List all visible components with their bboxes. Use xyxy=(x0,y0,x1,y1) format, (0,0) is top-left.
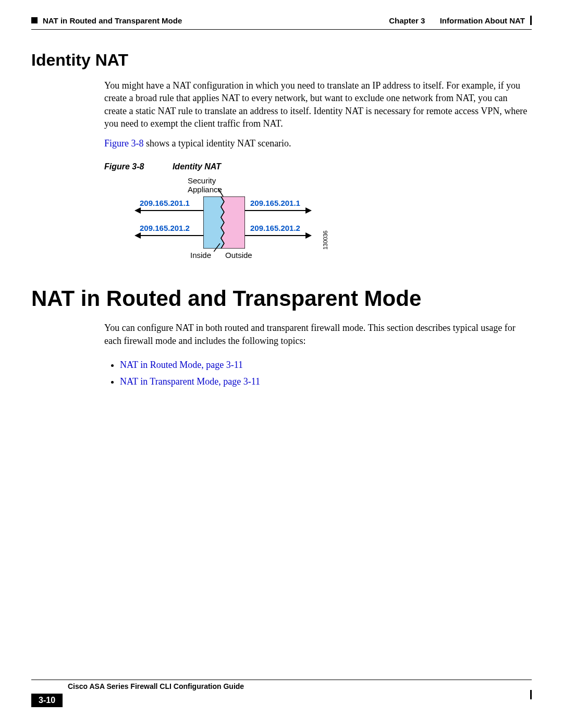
svg-marker-1 xyxy=(203,196,224,249)
heading-nat-routed-transparent: NAT in Routed and Transparent Mode xyxy=(31,286,532,311)
figure-security-appliance-label: Security Appliance xyxy=(188,177,222,194)
header-divider xyxy=(31,29,532,30)
page-header: NAT in Routed and Transparent Mode Chapt… xyxy=(31,16,532,25)
figure-reference-link[interactable]: Figure 3-8 xyxy=(104,138,144,149)
figure-ip-right-1: 209.165.201.1 xyxy=(250,199,300,207)
page-footer: Cisco ASA Series Firewall CLI Configurat… xyxy=(31,680,532,707)
figure-id-label: 130036 xyxy=(322,231,328,250)
figure-ip-right-2: 209.165.201.2 xyxy=(250,224,300,232)
figure-caption-title: Identity NAT xyxy=(173,162,221,171)
list-item: NAT in Transparent Mode, page 3-11 xyxy=(120,373,532,390)
figure-caption: Figure 3-8 Identity NAT xyxy=(104,162,532,171)
figure-ip-left-2: 209.165.201.2 xyxy=(140,224,190,232)
identity-nat-paragraph: You might have a NAT configuration in wh… xyxy=(104,79,532,130)
header-section-title: NAT in Routed and Transparent Mode xyxy=(43,16,182,25)
link-nat-routed-mode[interactable]: NAT in Routed Mode, page 3-11 xyxy=(120,360,243,370)
arrow-head-right-icon xyxy=(305,207,312,214)
arrow-line xyxy=(140,210,203,211)
figure-caption-label: Figure 3-8 xyxy=(104,162,144,171)
arrow-line xyxy=(245,210,307,211)
arrow-head-left-icon xyxy=(134,232,141,239)
figure-reference-line: Figure 3-8 shows a typical identity NAT … xyxy=(104,137,532,150)
list-item: NAT in Routed Mode, page 3-11 xyxy=(120,356,532,373)
heading-identity-nat: Identity NAT xyxy=(31,51,532,70)
topic-links-list: NAT in Routed Mode, page 3-11 NAT in Tra… xyxy=(104,356,532,390)
arrow-line xyxy=(245,235,307,236)
arrow-head-left-icon xyxy=(134,207,141,214)
arrow-head-right-icon xyxy=(305,232,312,239)
svg-line-0 xyxy=(218,188,223,196)
footer-page-number: 3-10 xyxy=(31,694,63,707)
footer-guide-title: Cisco ASA Series Firewall CLI Configurat… xyxy=(68,682,244,690)
svg-marker-2 xyxy=(221,196,245,249)
link-nat-transparent-mode[interactable]: NAT in Transparent Mode, page 3-11 xyxy=(120,376,260,387)
arrow-line xyxy=(140,235,203,236)
figure-inside-label: Inside xyxy=(190,251,211,260)
nat-modes-paragraph: You can configure NAT in both routed and… xyxy=(104,322,532,347)
figure-outside-label: Outside xyxy=(225,251,252,260)
svg-line-3 xyxy=(214,243,220,252)
header-bar-icon xyxy=(530,16,532,25)
figure-reference-tail: shows a typical identity NAT scenario. xyxy=(144,138,291,149)
figure-ip-left-1: 209.165.201.1 xyxy=(140,199,190,207)
figure-pointer-icon xyxy=(214,243,224,253)
identity-nat-figure: Security Appliance 209.165.201.1 209.165… xyxy=(104,177,328,260)
figure-appliance-icon xyxy=(203,196,245,249)
header-chapter-title: Information About NAT xyxy=(440,16,525,25)
footer-bar-icon xyxy=(530,690,532,699)
header-square-icon xyxy=(31,17,38,23)
header-chapter-label: Chapter 3 xyxy=(389,16,425,25)
